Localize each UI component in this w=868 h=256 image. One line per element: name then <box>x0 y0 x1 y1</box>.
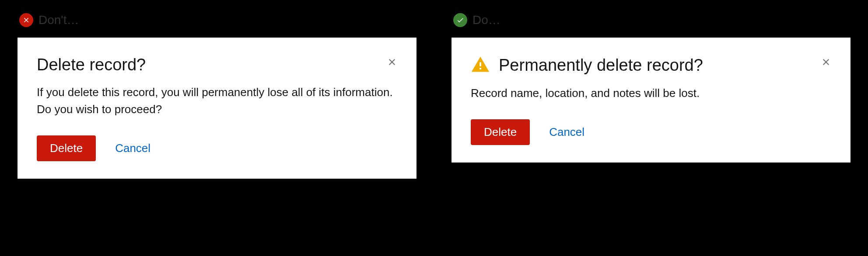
dont-example: Don't… Delete record? If you delete this… <box>18 13 416 243</box>
warning-triangle-icon <box>471 55 490 76</box>
dont-label: Don't… <box>38 13 79 27</box>
dont-dialog-header: Delete record? <box>37 55 397 75</box>
cancel-button[interactable]: Cancel <box>549 125 584 139</box>
close-icon <box>821 57 831 69</box>
check-circle-icon <box>453 13 467 27</box>
delete-button[interactable]: Delete <box>471 119 530 145</box>
delete-button[interactable]: Delete <box>37 135 96 161</box>
do-dialog-title: Permanently delete record? <box>499 55 703 76</box>
close-button[interactable] <box>819 55 833 70</box>
dont-dialog: Delete record? If you delete this record… <box>18 38 416 179</box>
do-example: Do… Permanently delete record? Record na… <box>452 13 850 243</box>
do-label: Do… <box>472 13 500 27</box>
dont-header: Don't… <box>18 13 416 27</box>
do-dialog: Permanently delete record? Record name, … <box>452 38 850 163</box>
close-button[interactable] <box>385 55 399 70</box>
close-icon <box>387 57 397 69</box>
x-circle-icon <box>19 13 33 27</box>
dont-dialog-footer: Delete Cancel <box>37 135 397 161</box>
dont-dialog-title: Delete record? <box>37 55 146 75</box>
cancel-button[interactable]: Cancel <box>115 142 150 155</box>
do-dialog-footer: Delete Cancel <box>471 119 831 145</box>
dont-dialog-body: If you delete this record, you will perm… <box>37 84 397 118</box>
do-header: Do… <box>452 13 850 27</box>
do-dialog-body: Record name, location, and notes will be… <box>471 85 831 102</box>
do-dialog-header: Permanently delete record? <box>471 55 831 76</box>
